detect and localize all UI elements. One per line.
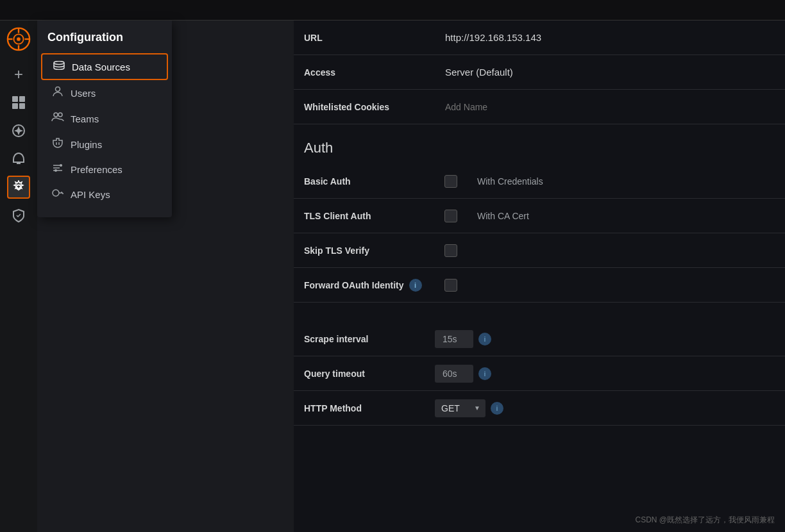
svg-point-17 (54, 113, 58, 117)
basic-auth-checkbox[interactable] (444, 175, 457, 188)
forward-oauth-checkbox[interactable] (444, 279, 457, 292)
query-timeout-row: Query timeout 60s i (294, 356, 785, 391)
section-gap (294, 303, 785, 322)
tls-client-auth-check[interactable] (435, 210, 467, 222)
scrape-interval-value[interactable]: 15s (435, 330, 473, 348)
teams-label: Teams (71, 113, 99, 124)
skip-tls-check[interactable] (435, 244, 467, 257)
http-method-select[interactable]: GET POST (435, 399, 485, 417)
http-method-row: HTTP Method GET POST i (294, 391, 785, 426)
users-label: Users (71, 88, 96, 99)
access-value: Server (Default) (435, 67, 785, 78)
with-credentials: With Credentials (467, 176, 785, 187)
users-icon (51, 87, 64, 99)
svg-point-18 (58, 113, 62, 117)
configuration-title: Configuration (37, 31, 172, 53)
menu-item-api-keys[interactable]: API Keys (41, 181, 168, 207)
datasource-config-panel: URL http://192.168.153.143 Access Server… (294, 21, 785, 532)
data-sources-label: Data Sources (72, 62, 130, 72)
svg-point-25 (55, 169, 57, 172)
http-method-info-icon[interactable]: i (491, 402, 503, 415)
forward-oauth-info-icon[interactable]: i (409, 279, 422, 292)
scrape-interval-info-icon[interactable]: i (478, 333, 491, 345)
basic-auth-check[interactable] (435, 175, 467, 188)
preferences-icon (51, 163, 64, 175)
menu-item-teams[interactable]: Teams (41, 106, 168, 131)
basic-auth-row: Basic Auth With Credentials (294, 164, 785, 199)
watermark: CSDN @既然选择了远方，我便风雨兼程 (635, 515, 775, 526)
data-sources-icon (53, 61, 65, 72)
tls-client-auth-row: TLS Client Auth With CA Cert (294, 199, 785, 233)
menu-item-preferences[interactable]: Preferences (41, 157, 168, 181)
url-label: URL (294, 33, 435, 43)
svg-marker-12 (14, 126, 23, 135)
svg-point-16 (56, 87, 60, 92)
sidebar-item-add[interactable]: + (7, 63, 30, 86)
access-row: Access Server (Default) (294, 55, 785, 90)
http-method-select-wrapper: GET POST (435, 399, 485, 417)
tls-client-auth-label: TLS Client Auth (294, 211, 435, 221)
svg-point-26 (53, 190, 59, 196)
scrape-interval-label: Scrape interval (294, 334, 435, 344)
svg-rect-9 (12, 103, 18, 109)
whitelisted-value (435, 102, 785, 112)
scrape-interval-row: Scrape interval 15s i (294, 322, 785, 356)
sidebar-item-explore[interactable] (7, 119, 30, 142)
query-timeout-value[interactable]: 60s (435, 365, 473, 383)
teams-icon (51, 112, 64, 125)
menu-item-data-sources[interactable]: Data Sources (41, 53, 168, 80)
basic-auth-label: Basic Auth (294, 176, 435, 187)
url-row: URL http://192.168.153.143 (294, 21, 785, 55)
whitelisted-cookies-row: Whitelisted Cookies (294, 90, 785, 124)
sidebar: + (0, 21, 37, 532)
whitelisted-input[interactable] (445, 102, 775, 112)
api-keys-icon (51, 188, 64, 201)
auth-section-header: Auth (294, 124, 785, 164)
api-keys-label: API Keys (71, 189, 110, 200)
forward-oauth-label: Forward OAuth Identity i (294, 279, 435, 292)
forward-oauth-check[interactable] (435, 279, 467, 292)
url-value: http://192.168.153.143 (435, 32, 785, 43)
svg-point-15 (54, 62, 64, 65)
top-bar (0, 0, 785, 21)
svg-rect-8 (19, 96, 25, 102)
with-ca-cert: With CA Cert (467, 211, 785, 221)
http-method-label: HTTP Method (294, 403, 435, 413)
whitelisted-label: Whitelisted Cookies (294, 102, 435, 112)
svg-point-2 (17, 37, 21, 41)
plugins-label: Plugins (71, 139, 102, 150)
query-timeout-label: Query timeout (294, 369, 435, 379)
plugins-icon (51, 138, 64, 151)
menu-item-users[interactable]: Users (41, 80, 168, 106)
grafana-logo[interactable] (6, 27, 31, 51)
sidebar-item-dashboards[interactable] (7, 91, 30, 114)
forward-oauth-row: Forward OAuth Identity i (294, 268, 785, 303)
skip-tls-label: Skip TLS Verify (294, 245, 435, 256)
skip-tls-checkbox[interactable] (444, 244, 457, 257)
skip-tls-row: Skip TLS Verify (294, 233, 785, 268)
configuration-dropdown: Configuration Data Sources Users (37, 21, 172, 217)
svg-rect-10 (19, 103, 25, 109)
sidebar-item-alerting[interactable] (7, 147, 30, 170)
menu-item-plugins[interactable]: Plugins (41, 131, 168, 157)
access-label: Access (294, 67, 435, 78)
query-timeout-info-icon[interactable]: i (478, 367, 491, 380)
svg-rect-7 (12, 96, 18, 102)
sidebar-item-shield[interactable] (7, 204, 30, 227)
svg-point-24 (60, 164, 62, 167)
http-method-select-container: GET POST i (435, 399, 503, 417)
preferences-label: Preferences (71, 164, 122, 175)
tls-client-auth-checkbox[interactable] (444, 210, 457, 222)
sidebar-item-configuration[interactable] (7, 176, 30, 199)
